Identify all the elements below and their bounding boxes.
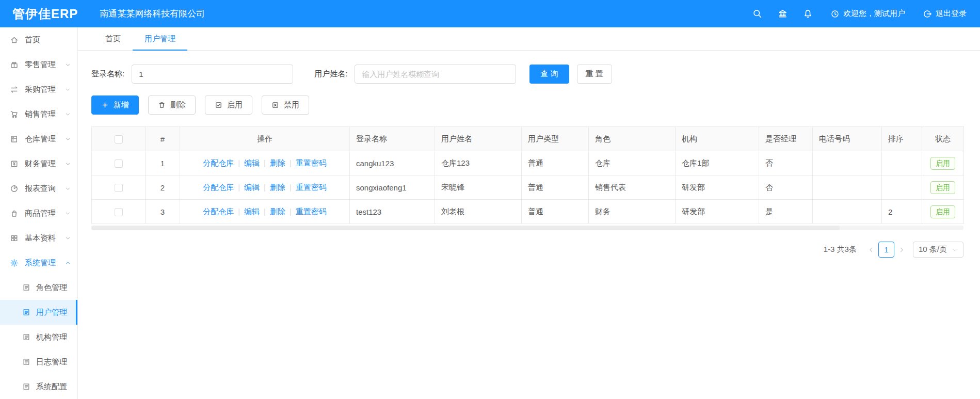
horizontal-scrollbar[interactable] xyxy=(91,226,963,230)
sidebar-item-label: 首页 xyxy=(25,35,40,45)
sidebar-item-basic-data[interactable]: 基本资料 xyxy=(0,226,77,250)
delete-link[interactable]: 删除 xyxy=(270,207,285,216)
sidebar-item-purchase-mgmt[interactable]: 采购管理 xyxy=(0,77,77,102)
reset-button[interactable]: 重 置 xyxy=(577,65,612,84)
bell-icon[interactable] xyxy=(803,9,813,19)
disable-button[interactable]: 禁用 xyxy=(262,95,309,115)
sidebar-item-home[interactable]: 首页 xyxy=(0,27,77,52)
divider: | xyxy=(290,158,292,167)
sidebar-item-user-mgmt[interactable]: 用户管理 xyxy=(0,300,77,325)
divider: | xyxy=(264,207,266,216)
sidebar-item-retail-mgmt[interactable]: 零售管理 xyxy=(0,52,77,77)
status-badge[interactable]: 启用 xyxy=(930,205,955,218)
row-actions: 分配仓库|编辑|删除|重置密码 xyxy=(180,200,350,224)
cell-sort: 2 xyxy=(882,200,922,224)
chevron-down-icon xyxy=(65,87,71,92)
cell-login-name: songxiaofeng1 xyxy=(350,175,435,200)
edit-link[interactable]: 编辑 xyxy=(244,158,260,167)
logout-button[interactable]: 退出登录 xyxy=(923,9,967,19)
table-header-row: # 操作 登录名称 用户姓名 用户类型 角色 机构 是否经理 电话号码 排序 状… xyxy=(92,127,964,151)
select-all-checkbox[interactable] xyxy=(115,135,123,143)
row-actions: 分配仓库|编辑|删除|重置密码 xyxy=(180,175,350,200)
sidebar-item-finance-mgmt[interactable]: 财务管理 xyxy=(0,151,77,176)
reset-password-link[interactable]: 重置密码 xyxy=(296,207,327,216)
sidebar-item-product-mgmt[interactable]: 商品管理 xyxy=(0,201,77,226)
edit-link[interactable]: 编辑 xyxy=(244,183,260,191)
sidebar-item-label: 系统管理 xyxy=(25,258,56,268)
col-user-type: 用户类型 xyxy=(522,127,589,151)
query-button[interactable]: 查 询 xyxy=(529,65,569,84)
chevron-down-icon xyxy=(65,136,71,142)
assign-warehouse-link[interactable]: 分配仓库 xyxy=(203,158,234,167)
reset-password-link[interactable]: 重置密码 xyxy=(296,158,327,167)
tab-user-mgmt[interactable]: 用户管理 xyxy=(133,27,187,50)
scrollbar-thumb[interactable] xyxy=(91,226,840,230)
delete-link[interactable]: 删除 xyxy=(270,183,285,191)
sidebar: 首页 零售管理 采购管理 销售管理 仓库管理 财务管理 xyxy=(0,27,78,399)
assign-warehouse-link[interactable]: 分配仓库 xyxy=(203,207,234,216)
col-sort: 排序 xyxy=(882,127,922,151)
add-button-label: 新增 xyxy=(114,100,129,110)
page-size-value: 10 条/页 xyxy=(919,245,947,254)
col-phone: 电话号码 xyxy=(813,127,882,151)
user-name-input[interactable] xyxy=(355,65,516,84)
page-size-select[interactable]: 10 条/页 xyxy=(913,242,963,258)
enable-button[interactable]: 启用 xyxy=(205,95,252,115)
row-index: 3 xyxy=(146,200,180,224)
status-badge[interactable]: 启用 xyxy=(930,181,955,194)
cell-user-name: 刘老根 xyxy=(435,200,522,224)
main-area: 首页 用户管理 登录名称: 用户姓名: 查 询 重 置 新增 xyxy=(78,27,980,258)
cell-is-manager: 否 xyxy=(759,175,813,200)
sidebar-item-system-config[interactable]: 系统配置 xyxy=(0,374,77,399)
cell-org: 研发部 xyxy=(676,200,759,224)
document-icon xyxy=(22,333,30,341)
search-form: 登录名称: 用户姓名: 查 询 重 置 xyxy=(91,65,966,84)
divider: | xyxy=(290,207,292,216)
sidebar-item-label: 机构管理 xyxy=(36,332,67,342)
login-name-input[interactable] xyxy=(132,65,293,84)
delete-link[interactable]: 删除 xyxy=(270,158,285,167)
finance-icon xyxy=(10,159,19,168)
sidebar-item-org-mgmt[interactable]: 机构管理 xyxy=(0,325,77,349)
row-checkbox[interactable] xyxy=(115,208,123,216)
cell-phone xyxy=(813,200,882,224)
pagination-total: 1-3 共3条 xyxy=(824,245,857,254)
bank-icon[interactable] xyxy=(778,9,788,19)
sidebar-item-system-mgmt[interactable]: 系统管理 xyxy=(0,250,77,275)
cell-login-name: test123 xyxy=(350,200,435,224)
welcome-user[interactable]: 欢迎您，测试用户 xyxy=(830,9,905,19)
sidebar-item-role-mgmt[interactable]: 角色管理 xyxy=(0,275,77,300)
search-icon[interactable] xyxy=(752,9,762,19)
row-checkbox[interactable] xyxy=(115,184,123,192)
row-checkbox[interactable] xyxy=(115,159,123,168)
cell-phone xyxy=(813,175,882,200)
assign-warehouse-link[interactable]: 分配仓库 xyxy=(203,183,234,191)
chevron-up-icon xyxy=(65,260,71,266)
status-badge[interactable]: 启用 xyxy=(930,157,955,170)
cell-is-manager: 是 xyxy=(759,200,813,224)
next-page-icon[interactable] xyxy=(898,246,905,253)
chevron-down-icon xyxy=(65,111,71,117)
document-icon xyxy=(22,283,30,292)
product-bag-icon xyxy=(10,209,19,218)
disable-button-label: 禁用 xyxy=(284,100,299,110)
prev-page-icon[interactable] xyxy=(867,246,875,253)
sidebar-item-warehouse-mgmt[interactable]: 仓库管理 xyxy=(0,126,77,151)
cell-user-type: 普通 xyxy=(522,175,589,200)
pagination: 1-3 共3条 1 10 条/页 xyxy=(91,242,963,258)
delete-button[interactable]: 删除 xyxy=(148,95,196,115)
cell-role: 财务 xyxy=(589,200,676,224)
page-number-button[interactable]: 1 xyxy=(878,242,894,258)
reset-password-link[interactable]: 重置密码 xyxy=(296,183,327,191)
header-actions: 欢迎您，测试用户 退出登录 xyxy=(737,9,967,19)
sidebar-item-report-query[interactable]: 报表查询 xyxy=(0,176,77,201)
add-button[interactable]: 新增 xyxy=(91,95,139,115)
col-login-name: 登录名称 xyxy=(350,127,435,151)
edit-link[interactable]: 编辑 xyxy=(244,207,260,216)
col-org: 机构 xyxy=(676,127,759,151)
chevron-down-icon xyxy=(65,186,71,191)
sidebar-item-log-mgmt[interactable]: 日志管理 xyxy=(0,349,77,374)
cell-user-name: 仓库123 xyxy=(435,151,522,175)
sidebar-item-sales-mgmt[interactable]: 销售管理 xyxy=(0,102,77,126)
tab-home[interactable]: 首页 xyxy=(93,27,133,50)
